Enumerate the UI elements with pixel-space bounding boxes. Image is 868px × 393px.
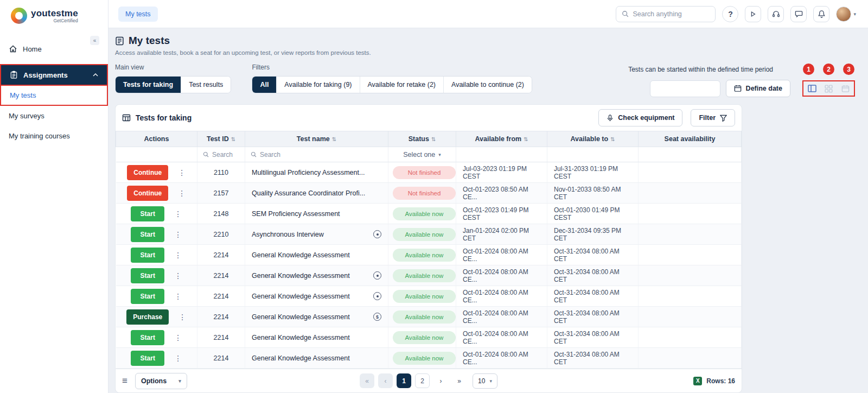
date-period-controls: Tests can be started within the defined … [628,64,855,97]
column-header-available-from[interactable]: Available from⇅ [456,131,547,147]
seat-availability [639,162,742,183]
start-button[interactable]: Start [131,227,164,242]
row-menu-icon[interactable]: ⋮ [174,230,182,239]
column-header-available-to[interactable]: Available to⇅ [547,131,639,147]
table-icon [122,113,131,122]
tutorial-play-button[interactable] [745,6,761,22]
support-headset-button[interactable] [768,6,784,22]
page-button-1[interactable]: 1 [397,373,411,388]
test-name[interactable]: General Knowledge Assessment [252,272,369,280]
notifications-bell-button[interactable] [813,6,829,22]
sidebar-item-my-tests[interactable]: My tests [1,86,107,105]
options-dropdown[interactable]: Options ▾ [135,373,187,389]
table-view-icon[interactable] [803,81,820,96]
home-icon [9,45,17,53]
test-name-search-input[interactable] [260,151,382,159]
column-header-test-id[interactable]: Test ID⇅ [197,131,245,147]
row-menu-icon[interactable]: ⋮ [174,333,182,342]
continue-button[interactable]: Continue [127,165,168,180]
tab-filter-available-to-continue[interactable]: Available to continue (2) [443,77,532,93]
sidebar-item-assignments[interactable]: Assignments [1,65,107,86]
start-button[interactable]: Start [131,289,164,304]
test-id: 2214 [197,286,245,307]
row-menu-icon[interactable]: ⋮ [174,251,182,259]
page-button-2[interactable]: 2 [415,373,430,388]
seat-availability [639,204,742,224]
start-button[interactable]: Start [131,248,164,263]
next-page-button[interactable]: › [433,373,448,388]
start-button[interactable]: Start [131,351,164,366]
row-menu-icon[interactable]: ⋮ [174,210,182,218]
test-name[interactable]: General Knowledge Assessment [252,313,369,321]
table-row: Continue⋮2110Multilingual Proficiency As… [116,162,742,183]
define-date-label: Define date [746,85,782,92]
start-button[interactable]: Start [131,268,164,283]
tab-test-results[interactable]: Test results [181,77,231,93]
row-menu-icon[interactable]: ⋮ [174,354,182,363]
filter-button[interactable]: Filter [691,109,735,126]
breadcrumb[interactable]: My tests [118,7,158,22]
define-date-button[interactable]: Define date [726,80,790,97]
chevron-down-icon: ▾ [489,378,492,384]
purchase-button[interactable]: Purchase [126,309,169,325]
table-row: Start⋮2214General Knowledge AssessmentAv… [116,327,742,348]
row-menu-icon[interactable]: ⋮ [174,292,182,301]
page-size-select[interactable]: 10 ▾ [473,373,497,389]
test-id-search-input[interactable] [212,151,239,159]
column-header-status[interactable]: Status⇅ [388,131,456,147]
test-name[interactable]: General Knowledge Assessment [252,354,384,362]
grid-view-icon[interactable] [820,81,837,96]
start-button[interactable]: Start [131,330,164,345]
page-title-icon [115,36,124,46]
continue-button[interactable]: Continue [127,186,168,201]
available-from: Jul-03-2023 01:19 PM CEST [456,162,547,183]
sidebar-item-my-training-courses[interactable]: My training courses [0,126,108,146]
tab-filter-available-for-retake[interactable]: Available for retake (2) [360,77,444,93]
chevron-down-icon: ▾ [178,378,181,384]
status-filter-select[interactable]: Select one ▾ [394,151,450,159]
seat-availability [639,348,742,369]
row-menu-icon[interactable]: ⋮ [174,271,182,280]
status-badge: Available now [393,290,456,303]
test-name[interactable]: General Knowledge Assessment [252,251,384,259]
user-menu[interactable]: ▾ [836,7,856,22]
test-name[interactable]: Quality Assurance Coordinator Profi... [252,189,384,197]
tab-filter-all[interactable]: All [252,77,276,93]
sidebar-collapse-button[interactable]: « [90,36,99,45]
filter-cell-available-to [547,147,639,162]
row-menu-icon[interactable]: ⋮ [178,168,186,177]
search-icon [251,151,257,157]
main-view-group: Main view Tests for taking Test results [115,64,231,93]
first-page-button[interactable]: « [360,373,374,388]
sidebar-item-my-surveys[interactable]: My surveys [0,106,108,126]
row-menu-icon[interactable]: ⋮ [178,189,186,198]
test-name[interactable]: General Knowledge Assessment [252,293,369,300]
prev-page-button[interactable]: ‹ [378,373,393,388]
test-name[interactable]: SEM Proficiency Assessment [252,210,384,218]
page-title: My tests [129,35,170,47]
last-page-button[interactable]: » [452,373,467,388]
menu-hamburger-icon[interactable]: ≡ [122,376,127,386]
search-input[interactable] [633,10,710,18]
row-menu-icon[interactable]: ⋮ [178,313,186,321]
column-header-test-name[interactable]: Test name⇅ [245,131,388,147]
calendar-view-icon[interactable] [837,81,854,96]
excel-export-icon[interactable]: X [693,377,702,385]
start-button[interactable]: Start [131,206,164,221]
tab-filter-available-for-taking[interactable]: Available for taking (9) [276,77,359,93]
available-from: Oct-01-2024 08:00 AM CE... [456,245,547,265]
table-row: Start⋮2214General Knowledge AssessmentAv… [116,265,742,286]
filter-cell-test-name [245,147,388,162]
available-to: Dec-31-2034 09:35 PM CET [547,224,639,245]
date-range-input[interactable] [650,80,720,97]
column-header-actions: Actions [116,131,197,147]
check-equipment-button[interactable]: Check equipment [598,109,682,126]
global-search[interactable] [616,6,716,22]
help-button[interactable]: ? [722,6,738,22]
test-name[interactable]: General Knowledge Assessment [252,334,384,341]
tab-tests-for-taking[interactable]: Tests for taking [116,77,181,93]
chat-button[interactable] [790,6,807,22]
avatar[interactable] [836,7,851,22]
test-name[interactable]: Asynchronous Interview [252,231,369,238]
test-name[interactable]: Multilingual Proficiency Assessment... [252,169,384,176]
